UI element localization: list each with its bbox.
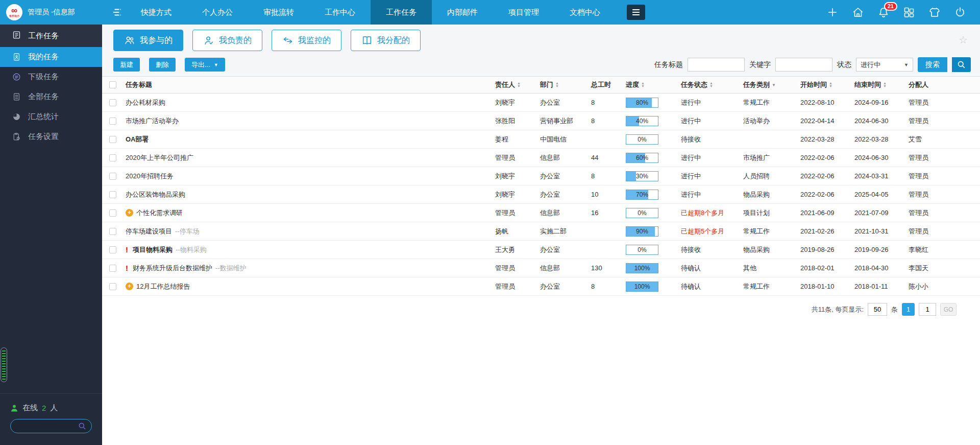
task-title-cell[interactable]: !项目物料采购--物料采购 xyxy=(126,245,495,254)
sidebar-section-work-tasks[interactable]: 工作任务 xyxy=(0,25,102,47)
filter-tab-1[interactable]: 我负责的 xyxy=(192,30,262,51)
top-menu-item-2[interactable]: 审批流转 xyxy=(248,0,309,25)
task-title[interactable]: 市场推广活动举办 xyxy=(126,116,179,126)
export-button[interactable]: 导出...▼ xyxy=(185,58,225,72)
table-row[interactable]: 办公区装饰物品采购刘晓宇办公室1070%进行中物品采购2022-02-06202… xyxy=(102,185,980,204)
task-title[interactable]: 项目物料采购 xyxy=(133,245,173,254)
row-checkbox[interactable] xyxy=(109,246,116,253)
task-title-cell[interactable]: +个性化需求调研 xyxy=(126,208,495,218)
task-title[interactable]: 财务系统升级后台数据维护 xyxy=(133,264,212,273)
menu-list-icon[interactable] xyxy=(111,0,122,25)
table-row[interactable]: 市场推广活动举办张胜阳营销事业部840%进行中活动举办2022-04-14202… xyxy=(102,112,980,130)
sort-arrows-icon[interactable]: ▲▼ xyxy=(555,82,559,88)
power-icon[interactable] xyxy=(953,6,967,19)
row-checkbox[interactable] xyxy=(109,99,116,106)
sort-arrows-icon[interactable]: ▲▼ xyxy=(829,82,832,88)
status-select[interactable]: 进行中 ▼ xyxy=(856,58,913,72)
search-button[interactable]: 搜索 xyxy=(918,57,947,72)
sidebar-scrollbar[interactable] xyxy=(1,347,7,382)
row-checkbox[interactable] xyxy=(109,191,116,198)
table-row[interactable]: !项目物料采购--物料采购王大勇办公室0%待接收物品采购2019-08-2620… xyxy=(102,241,980,259)
sidebar-item-1[interactable]: 下级任务 xyxy=(0,67,102,87)
task-title-cell[interactable]: 办公耗材采购 xyxy=(126,98,495,107)
current-page-button[interactable]: 1 xyxy=(902,303,915,316)
task-title-cell[interactable]: !财务系统升级后台数据维护--数据维护 xyxy=(126,264,495,273)
sidebar-item-0[interactable]: 我的任务 xyxy=(0,47,102,67)
shirt-icon[interactable] xyxy=(928,6,941,19)
task-title[interactable]: OA部署 xyxy=(126,135,149,144)
sort-arrows-icon[interactable]: ▲▼ xyxy=(709,82,713,88)
row-checkbox[interactable] xyxy=(109,228,116,235)
row-checkbox[interactable] xyxy=(109,265,116,272)
task-title[interactable]: 2020年上半年公司推广 xyxy=(126,153,193,162)
sort-arrows-icon[interactable]: ▲▼ xyxy=(517,82,521,88)
task-title-cell[interactable]: 办公区装饰物品采购 xyxy=(126,190,495,199)
column-header-6[interactable]: 任务类别▼ xyxy=(743,80,800,89)
column-header-5[interactable]: 任务状态▲▼ xyxy=(681,80,743,89)
sort-arrows-icon[interactable]: ▲▼ xyxy=(883,82,887,88)
task-title-cell[interactable]: +12月工作总结报告 xyxy=(126,282,495,291)
task-title-input[interactable] xyxy=(688,58,745,72)
table-row[interactable]: 停车场建设项目--停车场扬帆实施二部90%已超期5个多月常规工作2021-02-… xyxy=(102,222,980,241)
top-menu-item-6[interactable]: 项目管理 xyxy=(493,0,554,25)
table-row[interactable]: +个性化需求调研管理员信息部160%已超期8个多月项目计划2021-06-092… xyxy=(102,204,980,222)
sidebar-item-3[interactable]: 汇总统计 xyxy=(0,107,102,127)
column-header-8[interactable]: 结束时间▲▼ xyxy=(854,80,909,89)
row-checkbox[interactable] xyxy=(109,209,116,217)
task-title-cell[interactable]: 市场推广活动举办 xyxy=(126,116,495,126)
filter-caret-icon[interactable]: ▼ xyxy=(772,83,776,87)
plus-icon[interactable] xyxy=(826,6,839,19)
top-menu-item-5[interactable]: 内部邮件 xyxy=(432,0,493,25)
task-title[interactable]: 办公区装饰物品采购 xyxy=(126,190,185,199)
page-size-input[interactable] xyxy=(868,303,887,316)
task-title[interactable]: 停车场建设项目 xyxy=(126,227,172,236)
menu-burger-button[interactable] xyxy=(627,5,645,20)
task-title-cell[interactable]: OA部署 xyxy=(126,135,495,144)
filter-tab-0[interactable]: 我参与的 xyxy=(113,30,183,51)
table-row[interactable]: 办公耗材采购刘晓宇办公室880%进行中常规工作2022-08-102024-09… xyxy=(102,93,980,112)
sidebar-search-input[interactable] xyxy=(17,423,78,430)
filter-tab-3[interactable]: 我分配的 xyxy=(351,30,421,51)
task-title[interactable]: 12月工作总结报告 xyxy=(136,282,190,291)
filter-tab-2[interactable]: 我监控的 xyxy=(272,30,341,51)
row-checkbox[interactable] xyxy=(109,136,116,143)
select-all-checkbox[interactable] xyxy=(109,81,116,88)
bell-icon[interactable]: 21 xyxy=(877,6,890,19)
top-menu-item-0[interactable]: 快捷方式 xyxy=(126,0,187,25)
table-row[interactable]: !财务系统升级后台数据维护--数据维护管理员信息部130100%待确认其他201… xyxy=(102,259,980,277)
table-row[interactable]: 2020年招聘任务刘晓宇办公室830%进行中人员招聘2022-02-062024… xyxy=(102,167,980,185)
column-header-7[interactable]: 开始时间▲▼ xyxy=(800,80,854,89)
delete-button[interactable]: 删除 xyxy=(149,58,176,72)
top-menu-item-1[interactable]: 个人办公 xyxy=(187,0,248,25)
page-jump-input[interactable] xyxy=(919,303,936,316)
home-icon[interactable] xyxy=(851,6,865,19)
top-menu-item-3[interactable]: 工作中心 xyxy=(309,0,371,25)
task-title[interactable]: 办公耗材采购 xyxy=(126,98,165,107)
keyword-input[interactable] xyxy=(775,58,832,72)
task-title-cell[interactable]: 2020年上半年公司推广 xyxy=(126,153,495,162)
table-row[interactable]: +12月工作总结报告管理员办公室8100%待确认常规工作2018-01-1020… xyxy=(102,277,980,296)
favorite-star-icon[interactable]: ☆ xyxy=(959,34,968,46)
sort-arrows-icon[interactable]: ▲▼ xyxy=(641,82,645,88)
apps-icon[interactable] xyxy=(902,6,916,19)
task-title-cell[interactable]: 停车场建设项目--停车场 xyxy=(126,227,495,236)
search-icon[interactable] xyxy=(78,422,86,430)
table-row[interactable]: 2020年上半年公司推广管理员信息部4460%进行中市场推广2022-02-06… xyxy=(102,149,980,167)
task-title-cell[interactable]: 2020年招聘任务 xyxy=(126,172,495,181)
row-checkbox[interactable] xyxy=(109,283,116,290)
sidebar-item-4[interactable]: 任务设置 xyxy=(0,127,102,147)
new-button[interactable]: 新建 xyxy=(113,58,140,72)
row-checkbox[interactable] xyxy=(109,154,116,161)
top-menu-item-7[interactable]: 文档中心 xyxy=(554,0,616,25)
task-title[interactable]: 个性化需求调研 xyxy=(136,208,183,218)
go-button[interactable]: GO xyxy=(940,303,957,316)
column-header-4[interactable]: 进度▲▼ xyxy=(626,80,681,89)
task-title[interactable]: 2020年招聘任务 xyxy=(126,172,174,181)
table-row[interactable]: OA部署姜程中国电信0%待接收2022-03-282022-03-28艾雪 xyxy=(102,130,980,149)
search-magnifier-button[interactable] xyxy=(952,57,971,72)
top-menu-item-4[interactable]: 工作任务 xyxy=(371,0,432,25)
column-header-2[interactable]: 部门▲▼ xyxy=(540,80,591,89)
sidebar-item-2[interactable]: 全部任务 xyxy=(0,87,102,107)
row-checkbox[interactable] xyxy=(109,173,116,180)
row-checkbox[interactable] xyxy=(109,118,116,125)
